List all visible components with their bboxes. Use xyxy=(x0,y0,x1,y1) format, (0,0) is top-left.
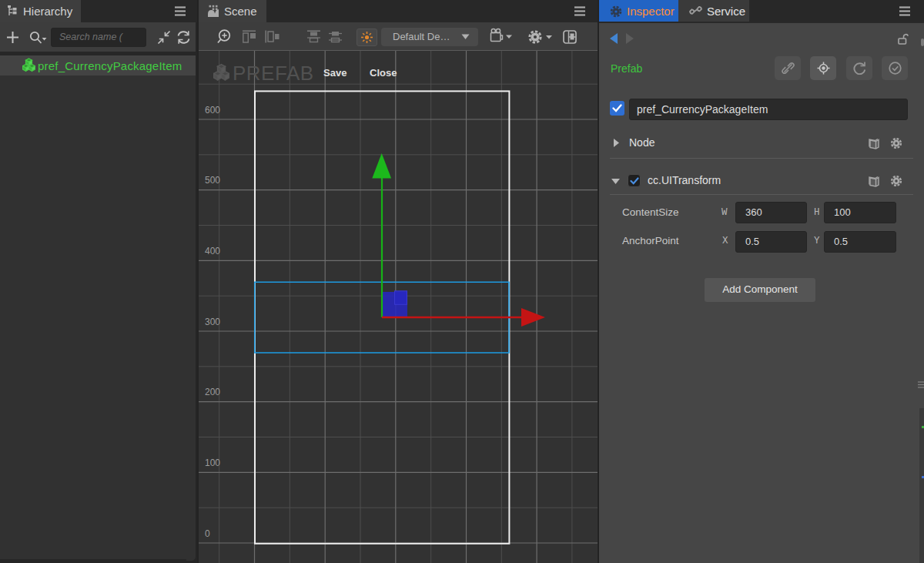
svg-text:600: 600 xyxy=(205,105,220,116)
svg-text:100: 100 xyxy=(205,457,220,468)
svg-text:200: 200 xyxy=(205,387,220,397)
svg-text:500: 500 xyxy=(205,175,220,186)
svg-text:0: 0 xyxy=(205,528,210,539)
svg-text:400: 400 xyxy=(205,246,220,256)
svg-text:300: 300 xyxy=(205,317,220,327)
